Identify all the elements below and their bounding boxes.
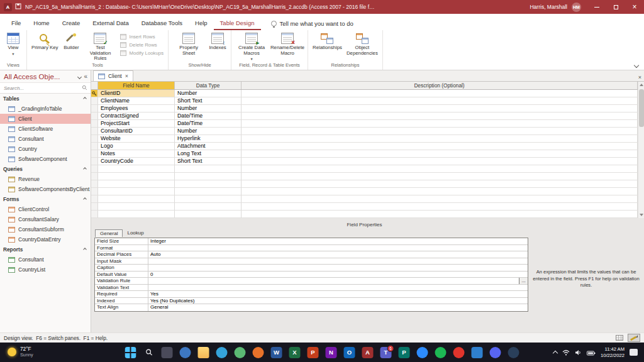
property-row[interactable]: Default Value 0 bbox=[95, 272, 528, 278]
ribbon-tab-create[interactable]: Create bbox=[56, 16, 87, 30]
field-name-cell[interactable]: ClientName bbox=[98, 97, 175, 105]
taskbar-icon-opera[interactable] bbox=[452, 345, 466, 360]
field-name-cell[interactable]: ConsultantID bbox=[98, 128, 175, 135]
field-row[interactable]: Website Hyperlink bbox=[91, 135, 638, 143]
description-cell[interactable] bbox=[242, 120, 638, 128]
row-selector[interactable] bbox=[91, 188, 98, 195]
insert-rows-button[interactable]: Insert Rows bbox=[120, 34, 164, 40]
primary-key-button[interactable]: Primary Key bbox=[30, 31, 59, 51]
tab-close-icon[interactable] bbox=[125, 73, 128, 79]
taskbar-icon-edge[interactable] bbox=[215, 345, 229, 360]
property-row[interactable]: Text Align General bbox=[95, 304, 528, 311]
property-row[interactable]: Input Mask bbox=[95, 258, 528, 265]
data-type-cell[interactable]: Number bbox=[175, 90, 242, 97]
nav-item-clientcontrol[interactable]: ClientControl bbox=[0, 204, 91, 214]
field-row[interactable]: Notes Long Text bbox=[91, 150, 638, 158]
row-selector[interactable] bbox=[91, 128, 98, 135]
field-name-cell[interactable]: Employees bbox=[98, 105, 175, 112]
empty-field-row[interactable] bbox=[91, 211, 638, 218]
field-name-header[interactable]: Field Name bbox=[98, 82, 175, 89]
close-button[interactable] bbox=[625, 0, 644, 14]
data-type-cell[interactable]: Number bbox=[175, 105, 242, 112]
taskbar-icon-onenote[interactable]: N bbox=[325, 345, 338, 360]
row-selector[interactable] bbox=[91, 120, 98, 128]
maximize-button[interactable] bbox=[606, 0, 625, 14]
taskbar-icon-chrome[interactable] bbox=[233, 345, 247, 360]
taskbar-icon-start[interactable] bbox=[124, 345, 138, 360]
taskbar-icon-steam[interactable] bbox=[507, 345, 521, 360]
taskbar-icon-excel[interactable]: X bbox=[288, 345, 302, 360]
row-selector[interactable] bbox=[91, 112, 98, 120]
expression-builder-button[interactable]: ... bbox=[519, 278, 528, 284]
property-row[interactable]: Validation Rule ... bbox=[95, 278, 528, 285]
taskbar-icon-access[interactable]: A bbox=[361, 345, 375, 360]
avatar[interactable]: HM bbox=[572, 3, 581, 12]
nav-search-input[interactable]: Search... bbox=[0, 83, 91, 94]
field-row[interactable]: CountryCode Short Text bbox=[91, 158, 638, 165]
taskbar-icon-zoom[interactable] bbox=[416, 345, 430, 360]
nav-item-revenue[interactable]: Revenue bbox=[0, 174, 91, 184]
nav-pane-header[interactable]: All Access Obje... bbox=[0, 70, 91, 83]
data-type-cell[interactable]: Hyperlink bbox=[175, 135, 242, 143]
property-row[interactable]: Indexed Yes (No Duplicates) bbox=[95, 298, 528, 305]
delete-rows-button[interactable]: Delete Rows bbox=[120, 42, 164, 48]
nav-item-consultantsubform[interactable]: ConsultantSubform bbox=[0, 224, 91, 234]
nav-item-_gradinginfotable[interactable]: _GradingInfoTable bbox=[0, 104, 91, 114]
empty-field-row[interactable] bbox=[91, 173, 638, 180]
nav-item-consultant[interactable]: Consultant bbox=[0, 255, 91, 265]
field-name-cell[interactable]: Website bbox=[98, 135, 175, 143]
tab-general[interactable]: General bbox=[95, 229, 123, 237]
description-cell[interactable] bbox=[242, 97, 638, 105]
row-selector[interactable] bbox=[91, 211, 98, 218]
save-icon[interactable] bbox=[15, 3, 21, 11]
weather-widget[interactable]: 72°F Sunny bbox=[0, 346, 41, 358]
taskbar-icon-task-view[interactable] bbox=[160, 345, 174, 360]
nav-section-header[interactable]: Queries bbox=[0, 164, 91, 174]
row-selector[interactable] bbox=[91, 135, 98, 143]
nav-item-consultantsalary[interactable]: ConsultantSalary bbox=[0, 214, 91, 224]
field-name-cell[interactable]: ContractSigned bbox=[98, 112, 175, 120]
nav-menu-icon[interactable] bbox=[78, 74, 81, 80]
data-type-cell[interactable]: Long Text bbox=[175, 150, 242, 158]
signed-in-user[interactable]: Harris, Marshall bbox=[530, 4, 567, 10]
row-selector[interactable] bbox=[91, 90, 98, 97]
taskbar-icon-powerpoint[interactable]: P bbox=[306, 345, 320, 360]
ribbon-tab-table-design[interactable]: Table Design bbox=[214, 16, 261, 30]
property-row[interactable]: Format bbox=[95, 245, 528, 252]
empty-field-row[interactable] bbox=[91, 188, 638, 195]
field-row[interactable]: ProjectStart Date/Time bbox=[91, 120, 638, 128]
field-name-cell[interactable]: ClientID bbox=[98, 90, 175, 97]
data-type-cell[interactable]: Short Text bbox=[175, 97, 242, 105]
create-data-macros-button[interactable]: Create Data Macros bbox=[235, 31, 269, 62]
row-selector[interactable] bbox=[91, 105, 98, 112]
battery-icon[interactable] bbox=[587, 347, 596, 358]
taskbar-icon-search[interactable] bbox=[142, 345, 156, 360]
scroll-down-icon[interactable] bbox=[640, 214, 643, 216]
row-selector[interactable] bbox=[91, 165, 98, 173]
field-name-cell[interactable]: CountryCode bbox=[98, 158, 175, 165]
nav-section-header[interactable]: Reports bbox=[0, 244, 91, 255]
field-row[interactable]: Logo Attachment bbox=[91, 143, 638, 150]
description-header[interactable]: Description (Optional) bbox=[242, 82, 638, 89]
close-document-icon[interactable] bbox=[638, 70, 641, 82]
data-type-cell[interactable]: Number bbox=[175, 128, 242, 135]
taskbar-icon-discord[interactable] bbox=[489, 345, 502, 360]
description-cell[interactable] bbox=[242, 143, 638, 150]
nav-item-clientsoftware[interactable]: ClientSoftware bbox=[0, 124, 91, 134]
empty-field-row[interactable] bbox=[91, 195, 638, 203]
hidden-icons-icon[interactable] bbox=[553, 350, 558, 355]
field-row[interactable]: ClientName Short Text bbox=[91, 97, 638, 105]
row-selector[interactable] bbox=[91, 97, 98, 105]
field-name-cell[interactable]: ProjectStart bbox=[98, 120, 175, 128]
taskbar-icon-file-explorer[interactable] bbox=[197, 345, 211, 360]
description-cell[interactable] bbox=[242, 128, 638, 135]
ribbon-tab-database-tools[interactable]: Database Tools bbox=[135, 16, 189, 30]
builder-button[interactable]: Builder bbox=[61, 31, 81, 51]
datasheet-view-button[interactable] bbox=[613, 334, 626, 342]
data-type-cell[interactable]: Date/Time bbox=[175, 120, 242, 128]
wifi-icon[interactable] bbox=[562, 347, 570, 358]
data-type-cell[interactable]: Short Text bbox=[175, 158, 242, 165]
ribbon-tab-external-data[interactable]: External Data bbox=[86, 16, 135, 30]
data-type-header[interactable]: Data Type bbox=[175, 82, 242, 89]
property-row[interactable]: Caption bbox=[95, 265, 528, 272]
